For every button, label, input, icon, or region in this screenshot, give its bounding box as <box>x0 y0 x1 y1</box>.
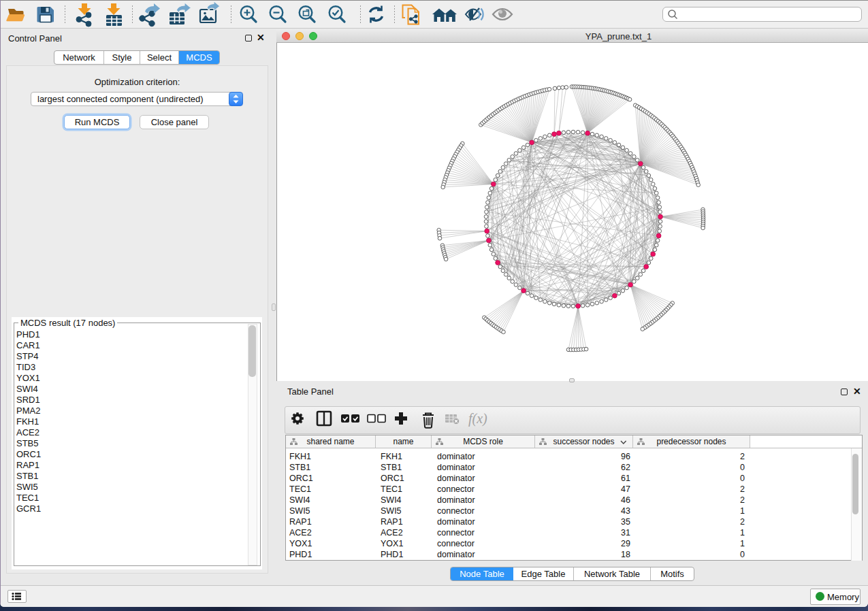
svg-text:f(x): f(x) <box>468 411 487 427</box>
